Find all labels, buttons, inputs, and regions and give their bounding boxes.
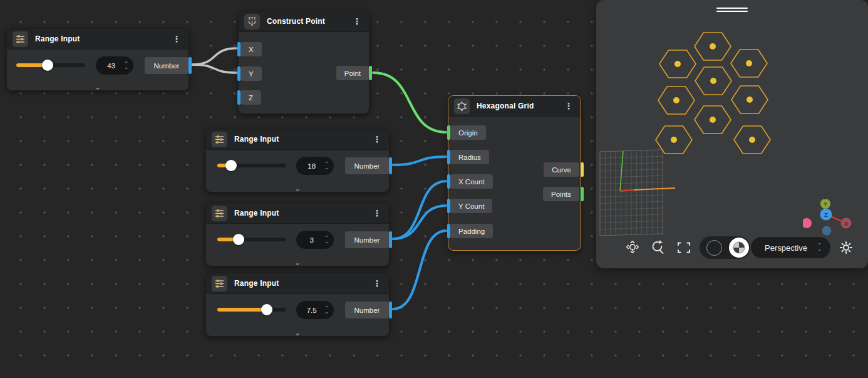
socket-bar[interactable] <box>447 125 450 140</box>
input-socket-y[interactable]: Y <box>240 66 262 81</box>
pan-zoom-icon[interactable] <box>625 240 640 255</box>
stepper-arrows-icon[interactable]: ⌃⌄ <box>324 307 329 314</box>
gizmo-z-label: Z <box>824 212 828 218</box>
fullscreen-icon[interactable] <box>676 240 691 255</box>
hexagon-center-point <box>747 97 753 103</box>
socket-bar[interactable] <box>447 150 450 164</box>
kebab-menu-icon[interactable]: ⋮ <box>351 16 363 26</box>
gizmo-neg-x-handle[interactable] <box>803 218 812 228</box>
node-header[interactable]: Hexagonal Grid ⋮ <box>448 96 581 117</box>
node-range-input-4[interactable]: Range Input ⋮ 7.5 ⌃⌄ Number ⌄ <box>205 273 390 337</box>
scene-axis-line <box>620 190 634 191</box>
collapse-chevron-icon[interactable]: ⌄ <box>294 184 301 192</box>
collapse-chevron-icon[interactable]: ⌄ <box>294 258 301 266</box>
node-range-input-3[interactable]: Range Input ⋮ 3 ⌃⌄ Number ⌄ <box>205 202 390 266</box>
socket-bar[interactable] <box>581 162 584 177</box>
node-range-input-2[interactable]: Range Input ⋮ 18 ⌃⌄ Number ⌄ <box>205 129 390 192</box>
number-stepper[interactable]: 3 ⌃⌄ <box>296 231 334 249</box>
kebab-menu-icon[interactable]: ⋮ <box>371 278 383 288</box>
node-header[interactable]: Range Input ⋮ <box>7 29 189 50</box>
stepper-arrows-icon[interactable]: ⌃⌄ <box>324 162 329 170</box>
zoom-reset-icon[interactable] <box>650 240 665 255</box>
input-socket-y-count[interactable]: Y Count <box>450 199 492 213</box>
node-editor-canvas[interactable]: Range Input ⋮ 43 ⌃⌄ Number ⌄ X Y Z Const… <box>0 0 868 378</box>
socket-bar[interactable] <box>237 66 240 81</box>
output-socket-label: Number <box>354 162 380 170</box>
input-socket-x-count[interactable]: X Count <box>450 174 493 189</box>
slider-knob[interactable] <box>42 60 53 71</box>
input-socket-label: X Count <box>450 174 493 189</box>
stepper-arrows-icon[interactable]: ⌃⌄ <box>324 236 329 244</box>
panel-drag-handle[interactable] <box>716 8 748 12</box>
kebab-menu-icon[interactable]: ⋮ <box>371 208 383 218</box>
number-stepper[interactable]: 43 ⌃⌄ <box>96 56 133 75</box>
kebab-menu-icon[interactable]: ⋮ <box>170 34 183 44</box>
slider-knob[interactable] <box>261 304 272 315</box>
input-socket-z[interactable]: Z <box>240 90 261 105</box>
number-stepper[interactable]: 18 ⌃⌄ <box>296 157 334 175</box>
kebab-menu-icon[interactable]: ⋮ <box>371 134 383 144</box>
slider-knob[interactable] <box>225 160 237 171</box>
viewport-panel[interactable]: X Y Z <box>596 0 868 268</box>
input-socket-label: Padding <box>450 224 493 238</box>
output-socket-points[interactable]: Points <box>543 187 579 201</box>
node-header[interactable]: Range Input ⋮ <box>206 273 389 294</box>
collapse-chevron-icon[interactable]: ⌄ <box>95 83 101 91</box>
stepper-arrows-icon[interactable]: ⌃⌄ <box>124 62 128 70</box>
node-hexagonal-grid[interactable]: Hexagonal Grid ⋮ Origin Radius X Count Y… <box>448 95 581 251</box>
output-socket-number[interactable]: Number <box>345 231 389 248</box>
socket-bar[interactable] <box>389 302 392 318</box>
shaded-mode-icon[interactable] <box>729 238 749 258</box>
socket-bar[interactable] <box>389 231 392 248</box>
hexagon-curve <box>658 87 695 114</box>
input-socket-x[interactable]: X <box>240 42 262 56</box>
stepper-value[interactable]: 7.5 <box>296 307 324 314</box>
output-socket-point[interactable]: Point <box>336 66 369 80</box>
socket-bar[interactable] <box>237 42 240 56</box>
node-header[interactable]: Range Input ⋮ <box>206 203 389 224</box>
output-socket-number[interactable]: Number <box>345 157 389 174</box>
shading-toggle[interactable] <box>700 236 750 259</box>
camera-mode-select[interactable]: Perspective ⌃⌄ <box>751 237 830 258</box>
stepper-value[interactable]: 43 <box>96 62 124 70</box>
range-slider[interactable] <box>217 162 286 169</box>
range-slider[interactable] <box>16 61 85 69</box>
range-slider[interactable] <box>217 306 286 313</box>
socket-bar[interactable] <box>581 187 584 201</box>
socket-bar[interactable] <box>369 66 372 80</box>
input-socket-padding[interactable]: Padding <box>450 224 493 238</box>
stepper-value[interactable]: 18 <box>296 162 324 170</box>
node-construct-point[interactable]: X Y Z Construct Point ⋮ X Y Z Point <box>238 11 369 114</box>
socket-bar[interactable] <box>447 224 450 238</box>
socket-bar[interactable] <box>447 174 450 189</box>
stepper-value[interactable]: 3 <box>296 236 324 244</box>
socket-bar[interactable] <box>389 157 392 174</box>
gizmo-neg-z-handle[interactable] <box>822 226 832 236</box>
axis-gizmo[interactable]: X Y Z <box>803 199 859 238</box>
input-socket-origin[interactable]: Origin <box>450 125 486 140</box>
range-slider[interactable] <box>217 236 286 243</box>
node-header[interactable]: X Y Z Construct Point ⋮ <box>239 11 369 32</box>
output-socket-number[interactable]: Number <box>345 302 389 318</box>
hexagon-curve <box>731 50 767 77</box>
collapse-chevron-icon[interactable]: ⌄ <box>294 328 301 337</box>
slider-knob[interactable] <box>233 234 244 245</box>
node-header[interactable]: Range Input ⋮ <box>206 129 389 150</box>
wireframe-shading-icon[interactable] <box>706 240 722 256</box>
socket-bar[interactable] <box>189 57 192 74</box>
slider-track[interactable] <box>217 238 286 241</box>
output-socket-curve[interactable]: Curve <box>544 162 579 177</box>
number-stepper[interactable]: 7.5 ⌃⌄ <box>296 301 334 319</box>
output-socket-number[interactable]: Number <box>145 57 189 74</box>
wire <box>393 181 447 239</box>
output-socket-label: Number <box>354 236 380 244</box>
node-title: Range Input <box>234 279 371 288</box>
settings-gear-icon[interactable] <box>839 240 854 255</box>
node-range-input-1[interactable]: Range Input ⋮ 43 ⌃⌄ Number ⌄ <box>6 28 189 91</box>
socket-bar[interactable] <box>237 90 240 105</box>
slider-track[interactable] <box>217 308 286 312</box>
socket-bar[interactable] <box>447 199 450 213</box>
hexagonal-grid-icon <box>454 98 470 114</box>
kebab-menu-icon[interactable]: ⋮ <box>562 101 575 111</box>
input-socket-radius[interactable]: Radius <box>450 150 489 164</box>
